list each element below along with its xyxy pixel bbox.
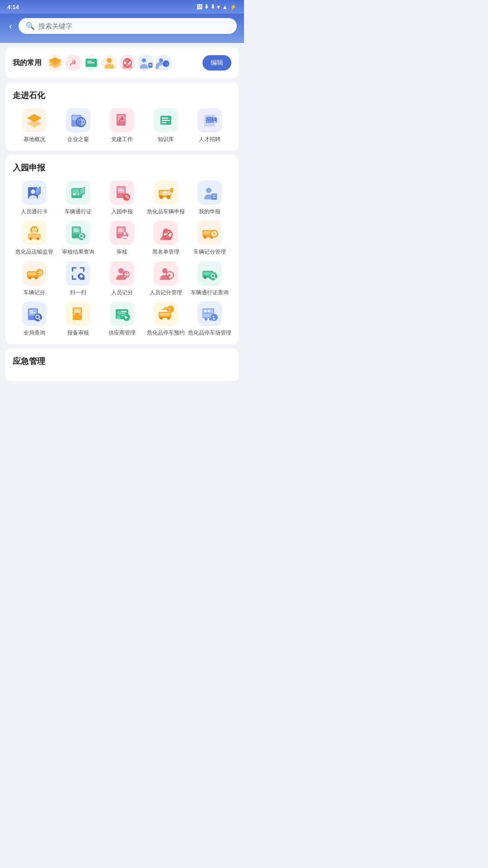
item-scan[interactable]: 扫一扫 bbox=[56, 261, 100, 297]
icon-hazard-transport: 监 bbox=[22, 221, 47, 245]
label-hazard-transport: 危化品运输监管 bbox=[15, 249, 53, 256]
svg-point-147 bbox=[167, 317, 170, 320]
item-supplier[interactable]: 供应商管理 bbox=[100, 302, 144, 337]
header: ‹ 🔍 bbox=[0, 14, 244, 43]
svg-text:分: 分 bbox=[124, 272, 130, 277]
item-hazard-parking[interactable]: 危化品停车预约 bbox=[144, 302, 188, 337]
icon-base-overview bbox=[22, 108, 47, 132]
svg-rect-60 bbox=[170, 188, 173, 193]
item-recruitment[interactable]: 招聘 人才招聘 bbox=[188, 108, 231, 143]
item-person-pass[interactable]: 人员通行卡 bbox=[13, 180, 56, 216]
walk-in-section: 走进石化 基地概况 bbox=[5, 83, 239, 151]
download-icon2: ⬇ bbox=[211, 4, 215, 10]
search-input[interactable] bbox=[38, 22, 230, 30]
svg-marker-115 bbox=[169, 274, 171, 277]
svg-rect-6 bbox=[87, 61, 92, 62]
svg-text:☭: ☭ bbox=[69, 58, 76, 67]
fav-icon-message[interactable] bbox=[83, 55, 99, 71]
emergency-section: 应急管理 bbox=[5, 349, 239, 381]
label-supplier: 供应商管理 bbox=[108, 330, 136, 337]
item-car-score[interactable]: 分 车辆记分 bbox=[13, 261, 56, 297]
fav-icon-forbid[interactable] bbox=[119, 55, 136, 71]
item-car-pass-query[interactable]: 车辆通行证查询 bbox=[188, 261, 231, 297]
label-hazard-parking: 危化品停车预约 bbox=[147, 330, 185, 337]
label-person-score: 人员记分 bbox=[111, 289, 133, 297]
label-car-score-manage: 车辆记分管理 bbox=[193, 249, 226, 256]
svg-point-16 bbox=[159, 58, 163, 62]
label-person-score-manage: 人员记分管理 bbox=[150, 289, 182, 297]
svg-rect-137 bbox=[117, 316, 120, 319]
item-car-score-manage[interactable]: ✎ 车辆记分管理 bbox=[188, 221, 231, 256]
svg-rect-151 bbox=[169, 311, 170, 312]
svg-rect-139 bbox=[121, 313, 126, 314]
svg-text:☭: ☭ bbox=[118, 115, 124, 123]
svg-rect-31 bbox=[162, 118, 168, 119]
svg-rect-62 bbox=[211, 193, 217, 200]
icon-hazard-parking-manage bbox=[197, 302, 222, 326]
item-global-query[interactable]: 全局查询 bbox=[13, 302, 56, 337]
svg-rect-155 bbox=[208, 310, 210, 312]
fav-icon-layers[interactable] bbox=[47, 55, 63, 71]
fav-icon-person[interactable] bbox=[101, 55, 117, 71]
svg-text:✎: ✎ bbox=[125, 193, 130, 201]
item-person-score[interactable]: 分 人员记分 bbox=[100, 261, 144, 297]
edit-button[interactable]: 编辑 bbox=[202, 55, 231, 71]
item-person-score-manage[interactable]: 人员记分管理 bbox=[144, 261, 188, 297]
label-hazard-car: 危化品车辆申报 bbox=[147, 208, 185, 216]
svg-rect-154 bbox=[204, 310, 206, 312]
item-party-work[interactable]: ☭ 党建工作 bbox=[100, 108, 144, 143]
icon-car-pass bbox=[66, 180, 90, 205]
svg-rect-13 bbox=[148, 63, 152, 68]
icon-supplier bbox=[110, 302, 134, 326]
svg-point-58 bbox=[167, 195, 170, 199]
label-car-score: 车辆记分 bbox=[23, 289, 45, 297]
download-icon: ⬇ bbox=[204, 4, 209, 10]
image-icon: 🖼 bbox=[197, 4, 202, 10]
favorites-section: 我的常用 ☭ bbox=[13, 55, 231, 71]
svg-rect-52 bbox=[118, 190, 124, 191]
fav-icon-person-badge[interactable] bbox=[137, 55, 154, 71]
svg-rect-160 bbox=[213, 316, 214, 317]
svg-point-157 bbox=[205, 318, 207, 321]
icon-my-report bbox=[197, 180, 222, 205]
svg-rect-150 bbox=[169, 308, 170, 310]
item-knowledge[interactable]: 知识库 bbox=[144, 108, 188, 143]
signal-icon: ▲ bbox=[222, 4, 228, 10]
status-icons: 🖼 ⬇ ⬇ ▾ ▲ ⚡ bbox=[197, 4, 237, 10]
svg-point-89 bbox=[204, 236, 206, 239]
item-my-report[interactable]: 我的申报 bbox=[188, 180, 231, 216]
item-company-window[interactable]: 企业之窗 bbox=[56, 108, 100, 143]
back-button[interactable]: ‹ bbox=[7, 19, 14, 33]
item-audit[interactable]: 审核 bbox=[100, 221, 144, 256]
item-base-overview[interactable]: 基地概况 bbox=[13, 108, 56, 143]
label-my-report: 我的申报 bbox=[199, 208, 221, 216]
icon-party-work: ☭ bbox=[110, 108, 134, 132]
label-entry-form: 入园申报 bbox=[111, 208, 133, 216]
item-entry-form[interactable]: ✎ 入园申报 bbox=[100, 180, 144, 216]
svg-rect-7 bbox=[87, 62, 94, 63]
item-audit-query[interactable]: 审核结果查询 bbox=[56, 221, 100, 256]
icon-audit-query bbox=[66, 221, 90, 245]
item-hazard-car[interactable]: 危化 危化品车辆申报 bbox=[144, 180, 188, 216]
search-bar: 🔍 bbox=[19, 18, 237, 34]
item-car-pass[interactable]: 车辆通行证 bbox=[56, 180, 100, 216]
fav-icon-party[interactable]: ☭ bbox=[65, 55, 81, 71]
icon-company-window bbox=[66, 108, 90, 132]
fav-icon-transfer[interactable]: → bbox=[155, 55, 172, 71]
item-hazard-transport[interactable]: 监 危化品运输监管 bbox=[13, 221, 56, 256]
svg-point-146 bbox=[160, 317, 163, 320]
svg-rect-32 bbox=[162, 120, 170, 121]
status-bar: 4:14 🖼 ⬇ ⬇ ▾ ▲ ⚡ bbox=[0, 0, 244, 14]
wifi-icon: ▾ bbox=[217, 4, 220, 10]
item-backup-audit[interactable]: 报备审核 bbox=[56, 302, 100, 337]
item-blacklist[interactable]: 黑名单管理 bbox=[144, 221, 188, 256]
icon-scan bbox=[66, 261, 90, 286]
svg-rect-73 bbox=[74, 229, 78, 230]
icon-audit bbox=[110, 221, 134, 245]
icon-person-score-manage bbox=[154, 261, 178, 286]
entry-grid: 人员通行卡 车辆通行证 bbox=[13, 180, 231, 337]
svg-point-96 bbox=[28, 277, 31, 279]
item-hazard-parking-manage[interactable]: 危化品停车场管理 bbox=[188, 302, 231, 337]
svg-rect-134 bbox=[75, 311, 80, 312]
icon-blacklist bbox=[154, 221, 178, 245]
